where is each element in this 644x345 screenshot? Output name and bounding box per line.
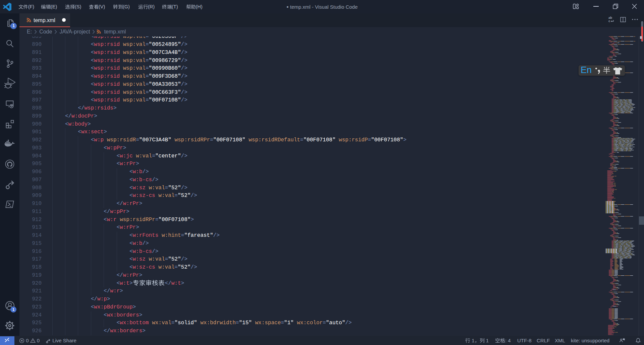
svg-text:c: c: [608, 19, 610, 23]
